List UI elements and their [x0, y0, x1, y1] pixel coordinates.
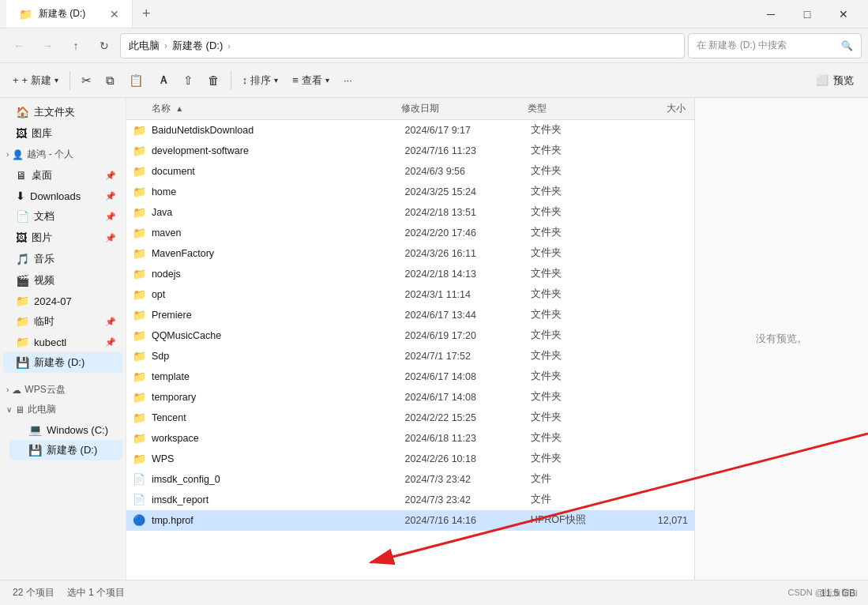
- sidebar-item-2024-07[interactable]: 📁 2024-07: [3, 291, 122, 310]
- view-button[interactable]: ≡ 查看 ▾: [286, 68, 336, 93]
- file-row[interactable]: 📁 Sdp 2024/7/1 17:52 文件夹: [126, 346, 694, 366]
- folder-2024-07-icon: 📁: [16, 295, 29, 307]
- forward-button[interactable]: →: [35, 33, 60, 58]
- cut-button[interactable]: ✂: [75, 68, 98, 93]
- titlebar-tab-active[interactable]: 📁 新建卷 (D:) ✕: [6, 0, 133, 28]
- sidebar-label-home: 主文件夹: [34, 105, 116, 119]
- file-date-cell: 2024/2/18 13:51: [405, 207, 531, 218]
- address-bar[interactable]: 此电脑 › 新建卷 (D:) ›: [120, 33, 685, 58]
- sidebar-item-desktop[interactable]: 🖥 桌面 📌: [3, 165, 122, 186]
- maximize-button[interactable]: □: [789, 0, 825, 28]
- more-button[interactable]: ···: [337, 68, 359, 93]
- address-computer[interactable]: 此电脑: [129, 39, 160, 53]
- file-row[interactable]: 📁 nodejs 2024/2/18 14:13 文件夹: [126, 264, 694, 284]
- pictures-pin-icon: 📌: [105, 233, 116, 243]
- file-row[interactable]: 📁 template 2024/6/17 14:08 文件夹: [126, 366, 694, 387]
- copy-button[interactable]: ⧉: [100, 68, 121, 93]
- up-button[interactable]: ↑: [63, 33, 88, 58]
- sidebar-section-wps[interactable]: › ☁ WPS云盘: [0, 380, 126, 400]
- file-name-cell: opt: [152, 289, 405, 300]
- new-button[interactable]: + + 新建 ▾: [6, 68, 65, 93]
- close-button[interactable]: ✕: [825, 0, 862, 28]
- file-type-icon: 📁: [133, 391, 147, 404]
- file-row[interactable]: 📁 Premiere 2024/6/17 13:44 文件夹: [126, 305, 694, 325]
- sidebar-item-new-drive-d[interactable]: 💾 新建卷 (D:): [9, 440, 122, 460]
- file-row[interactable]: 📁 MavenFactory 2024/3/26 16:11 文件夹: [126, 243, 694, 264]
- back-button[interactable]: ←: [6, 33, 32, 58]
- sidebar-item-pictures[interactable]: 🖼 图片 📌: [3, 227, 122, 248]
- file-type-cell: 文件夹: [531, 226, 625, 239]
- rename-icon: Ａ: [158, 73, 169, 88]
- search-bar[interactable]: 在 新建卷 (D:) 中搜索 🔍: [688, 33, 862, 58]
- address-drive[interactable]: 新建卷 (D:): [172, 39, 223, 53]
- file-row[interactable]: 📁 document 2024/6/3 9:56 文件夹: [126, 161, 694, 182]
- sidebar-item-kubectl[interactable]: 📁 kubectl 📌: [3, 333, 122, 351]
- file-type-icon: 📁: [133, 227, 147, 239]
- sidebar-item-home[interactable]: 🏠 主文件夹: [3, 102, 122, 122]
- sidebar-label-windows-c: Windows (C:): [47, 424, 116, 436]
- sidebar-label-desktop: 桌面: [32, 168, 100, 182]
- sidebar-item-documents[interactable]: 📄 文档 📌: [3, 206, 122, 227]
- paste-button[interactable]: 📋: [122, 68, 150, 93]
- desktop-icon: 🖥: [16, 169, 27, 182]
- file-row[interactable]: 📁 WPS 2024/2/26 10:18 文件夹: [126, 449, 694, 469]
- file-row[interactable]: 📁 workspace 2024/6/18 11:23 文件夹: [126, 428, 694, 449]
- share-button[interactable]: ⇧: [177, 68, 200, 93]
- file-type-cell: 文件夹: [531, 411, 625, 424]
- file-row[interactable]: 📁 temporary 2024/6/17 14:08 文件夹: [126, 387, 694, 408]
- col-type-header[interactable]: 类型: [528, 102, 622, 115]
- preview-button[interactable]: ⬜ 预览: [808, 68, 862, 93]
- col-name-header[interactable]: 名称 ▲: [133, 102, 401, 115]
- preview-panel-icon: ⬜: [816, 74, 829, 86]
- tab-folder-icon: 📁: [19, 8, 32, 21]
- cut-icon: ✂: [81, 73, 92, 88]
- sidebar-item-drive-d[interactable]: 💾 新建卷 (D:): [3, 352, 122, 373]
- col-date-label: 修改日期: [401, 103, 439, 114]
- file-type-cell: 文件夹: [531, 185, 625, 198]
- file-name-cell: Premiere: [152, 310, 405, 321]
- sidebar-section-pc[interactable]: ∨ 🖥 此电脑: [0, 400, 126, 419]
- file-type-icon: 📁: [133, 268, 147, 280]
- toolbar-separator-2: [231, 71, 231, 90]
- sidebar-item-temp[interactable]: 📁 临时 📌: [3, 311, 122, 332]
- minimize-button[interactable]: ─: [753, 0, 789, 28]
- file-row[interactable]: 📁 QQMusicCache 2024/6/19 17:20 文件夹: [126, 325, 694, 346]
- col-size-header[interactable]: 大小: [622, 102, 686, 115]
- file-row[interactable]: 📁 home 2024/3/25 15:24 文件夹: [126, 182, 694, 202]
- file-row[interactable]: 📁 BaiduNetdiskDownload 2024/6/17 9:17 文件…: [126, 120, 694, 141]
- file-row[interactable]: 📁 opt 2024/3/1 11:14 文件夹: [126, 284, 694, 305]
- file-row[interactable]: 📁 Java 2024/2/18 13:51 文件夹: [126, 202, 694, 223]
- delete-button[interactable]: 🗑: [201, 68, 226, 93]
- col-sort-icon: ▲: [175, 104, 183, 113]
- sidebar-label-2024-07: 2024-07: [34, 295, 116, 307]
- new-tab-button[interactable]: +: [133, 6, 160, 22]
- file-row[interactable]: 📄 imsdk_report 2024/7/3 23:42 文件: [126, 490, 694, 510]
- refresh-button[interactable]: ↻: [92, 33, 117, 58]
- sort-label: 排序: [250, 73, 271, 88]
- sidebar-item-downloads[interactable]: ⬇ Downloads 📌: [3, 186, 122, 205]
- file-row[interactable]: 📁 Tencent 2024/2/22 15:25 文件夹: [126, 408, 694, 428]
- file-row[interactable]: 📄 imsdk_config_0 2024/7/3 23:42 文件: [126, 469, 694, 490]
- main-layout: 🏠 主文件夹 🖼 图库 › 👤 越鸿 - 个人 🖥 桌面 📌 ⬇ Downloa…: [0, 98, 868, 580]
- file-type-cell: HPROF快照: [531, 513, 625, 527]
- sort-button[interactable]: ↕ 排序 ▾: [236, 68, 285, 93]
- file-list[interactable]: 📁 BaiduNetdiskDownload 2024/6/17 9:17 文件…: [126, 120, 694, 580]
- col-date-header[interactable]: 修改日期: [401, 102, 528, 115]
- new-chevron-icon: ▾: [54, 76, 58, 85]
- content-wrapper: 名称 ▲ 修改日期 类型 大小 📁 BaiduNetdiskDownload 2…: [126, 98, 868, 580]
- sidebar-section-yh[interactable]: › 👤 越鸿 - 个人: [0, 145, 126, 164]
- tab-close-icon[interactable]: ✕: [110, 8, 119, 21]
- file-row[interactable]: 📁 maven 2024/2/20 17:46 文件夹: [126, 223, 694, 243]
- file-row[interactable]: 🔵 tmp.hprof 2024/7/16 14:16 HPROF快照 12,0…: [126, 510, 694, 531]
- view-chevron-icon: ▾: [325, 76, 329, 85]
- share-icon: ⇧: [183, 73, 194, 88]
- rename-button[interactable]: Ａ: [152, 68, 175, 93]
- file-date-cell: 2024/3/26 16:11: [405, 248, 531, 259]
- sidebar-item-music[interactable]: 🎵 音乐: [3, 249, 122, 269]
- sidebar-item-videos[interactable]: 🎬 视频: [3, 270, 122, 291]
- file-type-icon: 📁: [133, 309, 147, 321]
- file-row[interactable]: 📁 development-software 2024/7/16 11:23 文…: [126, 141, 694, 161]
- file-name-cell: tmp.hprof: [152, 515, 405, 526]
- sidebar-item-windows-c[interactable]: 💻 Windows (C:): [9, 420, 122, 439]
- sidebar-item-gallery[interactable]: 🖼 图库: [3, 123, 122, 144]
